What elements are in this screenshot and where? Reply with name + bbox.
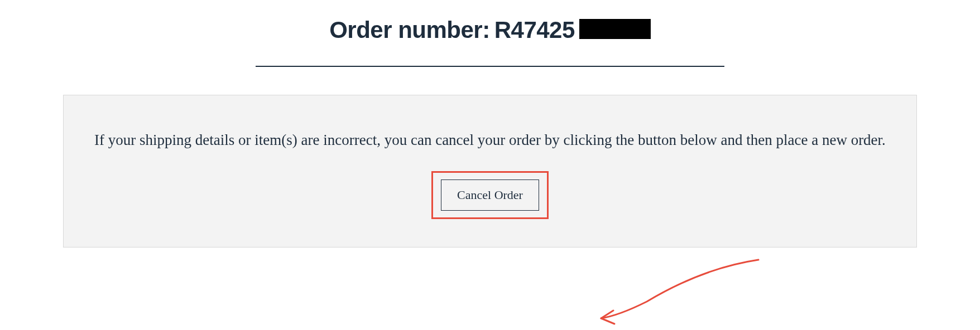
cancel-order-panel: If your shipping details or item(s) are … xyxy=(63,95,917,248)
cancel-order-button[interactable]: Cancel Order xyxy=(441,179,539,211)
order-number-value: R47425 xyxy=(494,17,575,43)
cancel-order-instructions: If your shipping details or item(s) are … xyxy=(80,126,900,154)
redaction-block xyxy=(579,19,651,39)
arrow-annotation-icon xyxy=(591,257,770,330)
highlight-annotation-box: Cancel Order xyxy=(431,171,549,219)
order-header: Order number: R47425 xyxy=(11,17,969,43)
order-number-title: Order number: R47425 xyxy=(329,17,651,43)
divider-line xyxy=(256,66,724,67)
order-label: Order number: xyxy=(329,17,490,43)
